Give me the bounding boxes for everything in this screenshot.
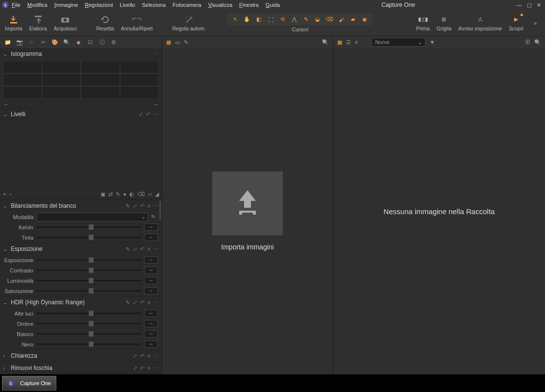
menu-edit[interactable]: Modifica [27, 2, 48, 8]
overflow-button[interactable]: » [530, 15, 540, 31]
tint-value[interactable]: -- [144, 234, 158, 241]
more-icon[interactable]: ⋯ [153, 203, 159, 209]
tab-lens-icon[interactable]: ○ [27, 38, 35, 46]
more-icon[interactable]: ⋯ [153, 299, 159, 306]
crop-icon[interactable]: ⛶ [267, 16, 274, 24]
pointer-icon[interactable]: ↖ [231, 16, 239, 24]
copy-icon[interactable]: ✎ [125, 246, 130, 252]
import-dropzone[interactable] [212, 172, 283, 235]
kelvin-value[interactable]: -- [144, 223, 158, 231]
rotate-icon[interactable]: ⟲ [278, 16, 286, 24]
brush-icon[interactable]: 🖌 [337, 16, 345, 24]
highlights-value[interactable]: -- [144, 310, 158, 317]
spot-icon[interactable]: ✎ [302, 16, 310, 24]
filter-icon[interactable]: ▼ [429, 39, 435, 45]
more-icon[interactable]: ⋯ [153, 365, 159, 371]
highlights-slider[interactable] [36, 313, 141, 314]
menu-adjust[interactable]: Regolazioni [85, 2, 113, 8]
copy-icon[interactable]: ✎ [125, 203, 130, 209]
tab-library-icon[interactable]: 📁 [4, 38, 12, 46]
preset-icon[interactable]: ≡ [148, 246, 150, 252]
browser-film-icon[interactable]: ≡ [355, 39, 358, 45]
process-button[interactable]: Elabora [29, 15, 47, 31]
brightness-slider[interactable] [36, 280, 141, 281]
saturation-slider[interactable] [36, 290, 141, 292]
expand-icon[interactable]: ⤢ [133, 246, 137, 252]
erase-icon[interactable]: ⌫ [137, 191, 145, 197]
menu-layer[interactable]: Livello [120, 2, 135, 8]
tab-adjust-icon[interactable]: ☑ [86, 38, 94, 46]
swap-icon[interactable]: ⇄ [108, 191, 113, 197]
chevron-right-icon[interactable]: › [3, 353, 8, 359]
mask-icon[interactable]: ▣ [100, 191, 105, 197]
radial-icon[interactable]: ◉ [361, 16, 369, 24]
chevron-down-icon[interactable]: ⌄ [3, 203, 8, 209]
brush-icon[interactable]: ✎ [116, 191, 120, 197]
eraser-icon[interactable]: ⌫ [325, 16, 333, 24]
chevron-down-icon[interactable]: ⌄ [3, 51, 8, 57]
grid-button[interactable]: ⊞Griglia [437, 15, 451, 31]
view-grid-icon[interactable]: ▦ [166, 39, 171, 46]
menu-view[interactable]: Visualizza [208, 2, 232, 8]
sort-dropdown[interactable]: Nome⌄ [372, 38, 425, 47]
reset-icon[interactable]: ↶ [146, 111, 150, 118]
expand-icon[interactable]: ⤢ [139, 111, 143, 118]
shadows-value[interactable]: -- [144, 320, 158, 327]
preset-icon[interactable]: ≡ [148, 365, 150, 371]
wb-mode-dropdown[interactable]: ⌄ [36, 213, 148, 221]
menu-select[interactable]: Seleziona [142, 2, 166, 8]
reset-icon[interactable]: ↶ [140, 353, 145, 359]
tab-details-icon[interactable]: ◆ [74, 38, 82, 46]
import-button[interactable]: Importa [5, 15, 23, 31]
tab-meta-icon[interactable]: ⓘ [98, 38, 106, 46]
exposure-value[interactable]: -- [144, 256, 158, 264]
preset-icon[interactable]: ≡ [148, 299, 150, 306]
luma-icon[interactable]: ◢ [155, 191, 159, 197]
exposure-warning-button[interactable]: ⚠Avviso esposizione [458, 15, 502, 31]
chevron-down-icon[interactable]: ⌄ [3, 299, 8, 306]
minimize-icon[interactable]: — [517, 2, 522, 8]
preset-icon[interactable]: ≡ [148, 203, 150, 209]
undo-redo-button[interactable]: ↶↷ Annulla/Ripeti [121, 15, 153, 31]
chevron-down-icon[interactable]: ⌄ [3, 111, 8, 118]
remove-layer-icon[interactable]: − [9, 191, 12, 197]
taskbar-app-button[interactable]: 1 Capture One [2, 376, 56, 391]
more-icon[interactable]: ⋯ [153, 353, 159, 359]
reset-icon[interactable]: ↶ [140, 299, 145, 306]
maximize-icon[interactable]: ▢ [527, 2, 532, 8]
fill-icon[interactable]: ● [123, 191, 126, 197]
contrast-value[interactable]: -- [144, 267, 158, 274]
reset-icon[interactable]: ↶ [140, 246, 145, 252]
close-icon[interactable]: ✕ [537, 2, 541, 8]
kelvin-slider[interactable] [36, 226, 141, 228]
linear-icon[interactable]: ▱ [148, 191, 152, 197]
expand-icon[interactable]: ⤢ [133, 365, 137, 371]
expand-icon[interactable]: ⤢ [133, 299, 137, 306]
eyedropper-icon[interactable]: ✎ [151, 214, 158, 220]
whites-slider[interactable] [36, 333, 141, 335]
tint-slider[interactable] [36, 237, 141, 238]
saturation-value[interactable]: -- [144, 287, 158, 294]
before-after-button[interactable]: ◧◨Prima [416, 15, 429, 31]
reset-icon[interactable]: ↶ [140, 365, 145, 371]
menu-help[interactable]: Guida [266, 2, 280, 8]
view-single-icon[interactable]: ▭ [175, 39, 180, 46]
whites-value[interactable]: -- [144, 330, 158, 338]
chevron-right-icon[interactable]: › [3, 365, 8, 371]
blacks-value[interactable]: -- [144, 341, 158, 348]
expand-icon[interactable]: ⤢ [133, 353, 137, 359]
menu-camera[interactable]: Fotocamera [173, 2, 201, 8]
auto-adjust-button[interactable]: Regola autom. [172, 15, 205, 31]
search-icon[interactable]: ⦿ [525, 39, 530, 45]
add-layer-icon[interactable]: + [3, 191, 6, 197]
gradient-icon[interactable]: ▰ [349, 16, 357, 24]
copy-icon[interactable]: ✎ [125, 299, 130, 306]
hand-icon[interactable]: ✋ [243, 16, 251, 24]
exposure-slider[interactable] [36, 259, 141, 261]
more-icon[interactable]: ⋯ [153, 246, 159, 252]
capture-button[interactable]: Acquisisci [54, 15, 77, 31]
more-icon[interactable]: ⋯ [153, 51, 159, 57]
loupe-icon[interactable]: ◧ [255, 16, 263, 24]
blacks-slider[interactable] [36, 343, 141, 345]
tab-color-icon[interactable]: 🎨 [51, 38, 59, 46]
